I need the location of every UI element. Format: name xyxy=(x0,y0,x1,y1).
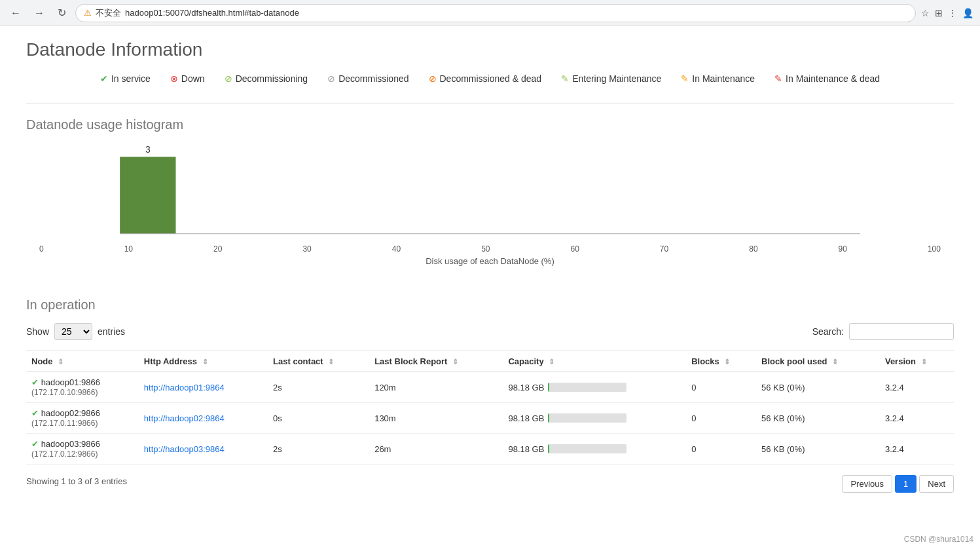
back-button[interactable]: ← xyxy=(7,6,25,20)
menu-icon[interactable]: ⋮ xyxy=(948,8,957,18)
x-label-20: 20 xyxy=(213,244,222,254)
in-maintenance-icon: ✎ xyxy=(681,73,689,84)
last-contact-sort-icon: ⇕ xyxy=(328,358,334,366)
url-text: hadoop01:50070/dfshealth.html#tab-datano… xyxy=(125,8,299,18)
profile-icon[interactable]: 👤 xyxy=(962,8,973,18)
node-ip-1: (172.17.0.11:9866) xyxy=(31,419,98,428)
bookmark-icon[interactable]: ☆ xyxy=(921,8,930,18)
cell-blocks-1: 0 xyxy=(686,403,756,434)
cell-node-1: ✔ hadoop02:9866 (172.17.0.11:9866) xyxy=(26,403,139,434)
divider-1 xyxy=(26,104,954,104)
previous-button[interactable]: Previous xyxy=(842,475,892,493)
browser-bar: ← → ↻ ⚠ 不安全 hadoop01:50070/dfshealth.htm… xyxy=(0,0,980,26)
datanode-table: Node ⇕ Http Address ⇕ Last contact ⇕ Las… xyxy=(26,351,954,465)
node-name-2: hadoop03:9866 xyxy=(41,439,100,449)
security-warning-text: 不安全 xyxy=(96,7,121,19)
search-label: Search: xyxy=(812,326,844,337)
status-legend: ✔ In service ⊗ Down ⊘ Decommissioning ⊘ … xyxy=(26,73,954,84)
node-ip-2: (172.17.0.12:9866) xyxy=(31,449,98,459)
browser-action-icons: ☆ ⊞ ⋮ 👤 xyxy=(921,8,973,18)
pagination: Previous 1 Next xyxy=(842,475,954,493)
http-link-1[interactable]: http://hadoop02:9864 xyxy=(144,413,225,423)
cell-http-1: http://hadoop02:9864 xyxy=(139,403,268,434)
histogram-svg: 3 xyxy=(26,143,954,248)
table-body: ✔ hadoop01:9866 (172.17.0.10:9866) http:… xyxy=(26,372,954,465)
histogram-title: Datanode usage histogram xyxy=(26,117,954,132)
legend-row-1: ✔ In service ⊗ Down ⊘ Decommissioning ⊘ … xyxy=(100,73,541,84)
decommissioning-icon: ⊘ xyxy=(225,73,232,84)
x-label-50: 50 xyxy=(481,244,490,254)
decommissioned-dead-label: Decommissioned & dead xyxy=(440,73,542,84)
legend-in-maintenance-dead: ✎ In Maintenance & dead xyxy=(774,73,880,84)
search-box: Search: xyxy=(812,323,954,340)
in-service-icon: ✔ xyxy=(100,73,108,84)
capacity-text-0: 98.18 GB xyxy=(508,383,544,392)
cell-last-block-2: 26m xyxy=(369,434,503,465)
next-button[interactable]: Next xyxy=(919,475,954,493)
legend-decommissioning: ⊘ Decommissioning xyxy=(225,73,308,84)
legend-in-maintenance: ✎ In Maintenance xyxy=(681,73,755,84)
in-maintenance-dead-icon: ✎ xyxy=(774,73,782,84)
cell-node-2: ✔ hadoop03:9866 (172.17.0.12:9866) xyxy=(26,434,139,465)
table-row: ✔ hadoop01:9866 (172.17.0.10:9866) http:… xyxy=(26,372,954,403)
address-bar[interactable]: ⚠ 不安全 hadoop01:50070/dfshealth.html#tab-… xyxy=(75,4,916,22)
show-entries-control: Show 25 10 50 100 entries xyxy=(26,323,125,340)
table-header-row: Node ⇕ Http Address ⇕ Last contact ⇕ Las… xyxy=(26,351,954,372)
cell-version-2: 3.2.4 xyxy=(880,434,954,465)
col-block-pool-used[interactable]: Block pool used ⇕ xyxy=(756,351,880,372)
entries-per-page-select[interactable]: 25 10 50 100 xyxy=(54,323,92,340)
capacity-bar-bg-0 xyxy=(548,383,626,392)
col-last-block-report[interactable]: Last Block Report ⇕ xyxy=(369,351,503,372)
down-label: Down xyxy=(181,73,205,84)
page-1-button[interactable]: 1 xyxy=(895,475,916,493)
bottom-bar: Showing 1 to 3 of 3 entries Previous 1 N… xyxy=(26,465,954,493)
page-content: Datanode Information ✔ In service ⊗ Down… xyxy=(0,26,980,532)
cell-version-1: 3.2.4 xyxy=(880,403,954,434)
capacity-bar-fill-1 xyxy=(548,413,549,423)
down-icon: ⊗ xyxy=(170,73,178,84)
col-http-address[interactable]: Http Address ⇕ xyxy=(139,351,268,372)
legend-entering-maintenance: ✎ Entering Maintenance xyxy=(561,73,661,84)
block-pool-sort-icon: ⇕ xyxy=(832,358,838,366)
cell-last-block-1: 130m xyxy=(369,403,503,434)
x-axis-title: Disk usage of each DataNode (%) xyxy=(26,256,954,266)
http-sort-icon: ⇕ xyxy=(202,358,208,366)
reload-button[interactable]: ↻ xyxy=(54,5,70,20)
cell-last-block-0: 120m xyxy=(369,372,503,403)
col-capacity[interactable]: Capacity ⇕ xyxy=(503,351,686,372)
http-link-0[interactable]: http://hadoop01:9864 xyxy=(144,383,225,392)
x-label-10: 10 xyxy=(124,244,133,254)
table-row: ✔ hadoop03:9866 (172.17.0.12:9866) http:… xyxy=(26,434,954,465)
cell-block-pool-1: 56 KB (0%) xyxy=(756,403,880,434)
table-controls: Show 25 10 50 100 entries Search: xyxy=(26,323,954,340)
node-status-icon-2: ✔ xyxy=(31,439,39,449)
node-status-icon-0: ✔ xyxy=(31,377,39,387)
cell-http-0: http://hadoop01:9864 xyxy=(139,372,268,403)
entering-maintenance-icon: ✎ xyxy=(561,73,569,84)
node-name-1: hadoop02:9866 xyxy=(41,408,100,418)
col-blocks[interactable]: Blocks ⇕ xyxy=(686,351,756,372)
http-link-2[interactable]: http://hadoop03:9864 xyxy=(144,444,225,454)
col-last-contact[interactable]: Last contact ⇕ xyxy=(268,351,369,372)
decommissioned-dead-icon: ⊘ xyxy=(429,73,437,84)
capacity-text-2: 98.18 GB xyxy=(508,444,544,454)
table-row: ✔ hadoop02:9866 (172.17.0.11:9866) http:… xyxy=(26,403,954,434)
col-node[interactable]: Node ⇕ xyxy=(26,351,139,372)
capacity-bar-fill-2 xyxy=(548,444,549,453)
cell-block-pool-0: 56 KB (0%) xyxy=(756,372,880,403)
security-warning-icon: ⚠ xyxy=(84,8,92,18)
cell-last-contact-0: 2s xyxy=(268,372,369,403)
legend-decommissioned-dead: ⊘ Decommissioned & dead xyxy=(429,73,542,84)
version-sort-icon: ⇕ xyxy=(921,358,927,366)
histogram-section: Datanode usage histogram 3 0 10 20 30 40… xyxy=(26,117,954,271)
cell-http-2: http://hadoop03:9864 xyxy=(139,434,268,465)
cell-capacity-0: 98.18 GB xyxy=(503,372,686,403)
histogram-bar-0 xyxy=(120,157,175,233)
search-input[interactable] xyxy=(849,323,954,340)
cell-version-0: 3.2.4 xyxy=(880,372,954,403)
extension-icon[interactable]: ⊞ xyxy=(935,8,943,18)
x-label-60: 60 xyxy=(570,244,579,254)
histogram-bar-label-0: 3 xyxy=(145,144,151,155)
col-version[interactable]: Version ⇕ xyxy=(880,351,954,372)
forward-button[interactable]: → xyxy=(30,6,48,20)
